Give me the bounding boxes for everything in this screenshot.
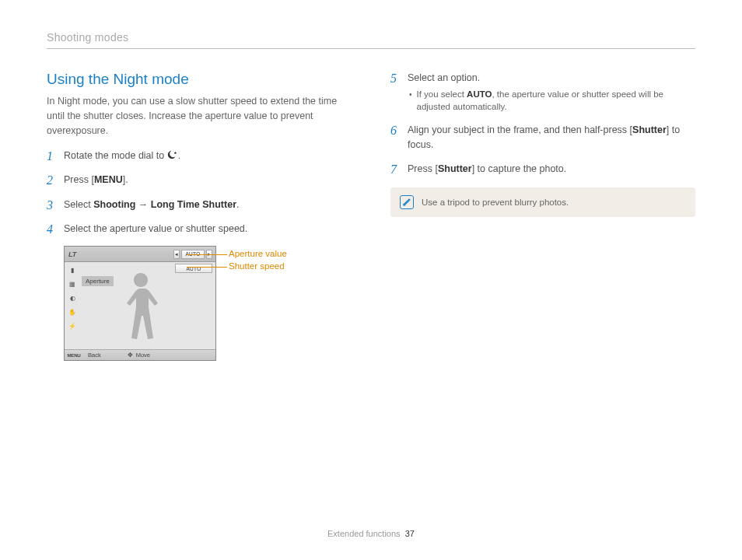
- step-5: 5 Select an option. • If you select AUTO…: [390, 71, 695, 114]
- step-text-end: .: [178, 150, 180, 161]
- hand-icon: ✋: [67, 307, 78, 317]
- step-text: Press [: [408, 163, 438, 174]
- move-label: Move: [136, 352, 150, 359]
- shutter-label: Shutter: [438, 163, 472, 174]
- intro-text: In Night mode, you can use a slow shutte…: [47, 94, 352, 138]
- step-3: 3 Select Shooting → Long Time Shutter.: [47, 198, 352, 212]
- right-column: 5 Select an option. • If you select AUTO…: [390, 71, 695, 370]
- lcd-screenshot: LT ◂ AUTO ▸ AUTO ▮ ▦ ◐ ✋ ⚡ Ap: [64, 246, 328, 370]
- step-1: 1 Rotate the mode dial to .: [47, 149, 352, 163]
- step-text: Press [: [64, 174, 94, 185]
- step-number: 2: [47, 173, 58, 187]
- note-text: Use a tripod to prevent blurry photos.: [422, 198, 569, 207]
- page-number: 37: [405, 529, 415, 538]
- note-icon: [400, 195, 414, 209]
- step-number: 1: [47, 149, 58, 163]
- page-footer: Extended functions 37: [0, 529, 742, 538]
- callout-line: [187, 267, 227, 268]
- shutter-selector: AUTO: [175, 264, 212, 273]
- step-text-end: ].: [123, 174, 128, 185]
- step-number: 5: [390, 71, 401, 86]
- step-text: Select: [64, 199, 93, 210]
- size-icon: ▮: [67, 265, 78, 275]
- footer-section: Extended functions: [327, 529, 401, 538]
- camera-lcd: LT ◂ AUTO ▸ AUTO ▮ ▦ ◐ ✋ ⚡ Ap: [64, 246, 216, 361]
- shutter-label: Shutter: [632, 124, 667, 135]
- auto-chip: AUTO: [175, 264, 212, 273]
- person-silhouette-icon: [117, 270, 164, 351]
- step-number: 7: [390, 162, 401, 177]
- lcd-side-icons: ▮ ▦ ◐ ✋ ⚡: [65, 262, 80, 331]
- left-column: Using the Night mode In Night mode, you …: [47, 71, 352, 370]
- mode-badge: LT: [65, 250, 80, 258]
- menu-path-1: Shooting: [93, 199, 135, 210]
- callout-line: [187, 254, 227, 255]
- move-icon: ✥: [128, 352, 133, 359]
- menu-label: MENU: [94, 174, 123, 185]
- arrow: →: [135, 199, 150, 210]
- aperture-label: Aperture: [82, 276, 114, 286]
- step-5-sub: • If you select AUTO, the aperture value…: [409, 88, 695, 114]
- sub-text: If you select: [417, 89, 467, 99]
- step-text: Select an option.: [408, 71, 695, 86]
- step-number: 6: [390, 123, 401, 138]
- left-arrow-icon: ◂: [173, 250, 180, 259]
- step-2: 2 Press [MENU].: [47, 173, 352, 187]
- bullet-icon: •: [409, 89, 412, 114]
- step-text-end: ] to capture the photo.: [472, 163, 567, 174]
- step-text: Select the aperture value or shutter spe…: [64, 222, 352, 236]
- back-label: Back: [83, 352, 106, 359]
- menu-button-label: MENU: [65, 352, 83, 358]
- auto-label: AUTO: [467, 89, 492, 99]
- section-title: Using the Night mode: [47, 71, 352, 88]
- tip-note: Use a tripod to prevent blurry photos.: [390, 187, 695, 217]
- menu-path-2: Long Time Shutter: [151, 199, 236, 210]
- lcd-bottombar: MENU Back ✥ Move: [65, 349, 215, 360]
- step-number: 3: [47, 198, 58, 212]
- timer-icon: ◐: [67, 293, 78, 303]
- callout-aperture: Aperture value: [229, 249, 287, 258]
- step-text: Rotate the mode dial to: [64, 150, 167, 161]
- moon-star-icon: [167, 150, 178, 159]
- step-number: 4: [47, 222, 58, 236]
- step-text: Align your subject in the frame, and the…: [408, 124, 632, 135]
- content-columns: Using the Night mode In Night mode, you …: [47, 71, 695, 370]
- breadcrumb-header: Shooting modes: [47, 31, 695, 49]
- step-text-end: .: [236, 199, 239, 210]
- step-4: 4 Select the aperture value or shutter s…: [47, 222, 352, 236]
- flash-off-icon: ⚡: [67, 321, 78, 331]
- grid-icon: ▦: [67, 279, 78, 289]
- step-7: 7 Press [Shutter] to capture the photo.: [390, 162, 695, 177]
- step-6: 6 Align your subject in the frame, and t…: [390, 123, 695, 152]
- callout-shutter: Shutter speed: [229, 261, 285, 271]
